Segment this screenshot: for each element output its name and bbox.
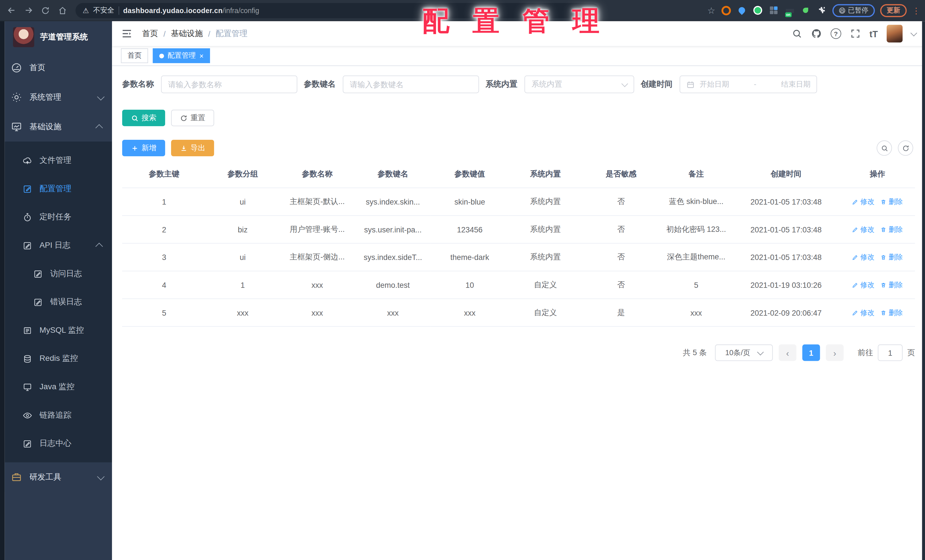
sidebar-item-devtools[interactable]: 研发工具 bbox=[5, 462, 112, 492]
error-log-icon bbox=[33, 297, 43, 307]
current-page-button[interactable]: 1 bbox=[802, 344, 820, 361]
sidebar-item-label: Redis 监控 bbox=[39, 353, 78, 364]
table-cell: xxx bbox=[206, 299, 279, 327]
extension-pin-icon[interactable] bbox=[737, 5, 747, 16]
toggle-search-button[interactable] bbox=[877, 140, 892, 156]
filter-form: 参数名称 参数键名 系统内置 系统内置 bbox=[122, 75, 915, 93]
bookmark-icon[interactable]: ☆ bbox=[707, 5, 715, 16]
sidebar-submenu: 文件管理 配置管理 定时任务 API 日志 访问日志 bbox=[5, 142, 112, 462]
refresh-button[interactable] bbox=[898, 140, 913, 156]
sidebar-item-mysql[interactable]: MySQL 监控 bbox=[5, 316, 112, 345]
table-cell: 1 bbox=[122, 188, 206, 216]
table-cell: 2 bbox=[122, 216, 206, 244]
add-button-label: 新增 bbox=[142, 143, 156, 153]
page-size-select[interactable]: 10条/页 bbox=[715, 344, 773, 361]
table-cell-actions: 修改删除 bbox=[840, 271, 915, 299]
edit-link[interactable]: 修改 bbox=[852, 197, 874, 206]
sidebar-item-label: 文件管理 bbox=[39, 155, 71, 166]
extension-grid-icon[interactable] bbox=[768, 5, 779, 16]
fullscreen-icon[interactable] bbox=[850, 29, 860, 39]
extensions-puzzle-icon[interactable] bbox=[816, 5, 827, 16]
table-cell: 系统内置 bbox=[509, 243, 582, 271]
sidebar-item-config[interactable]: 配置管理 bbox=[5, 175, 112, 203]
param-key-input[interactable] bbox=[343, 75, 479, 93]
overlay-page-title: 配 置 管 理 bbox=[422, 3, 607, 39]
paused-button[interactable]: 😄 已暂停 bbox=[832, 4, 875, 17]
table-cell: 主框架页-侧边... bbox=[279, 243, 355, 271]
column-header: 参数主键 bbox=[122, 164, 206, 188]
sidebar-item-file[interactable]: 文件管理 bbox=[5, 146, 112, 175]
sidebar-item-log-center[interactable]: 日志中心 bbox=[5, 429, 112, 458]
table-cell: 5 bbox=[660, 271, 732, 299]
extension-green-icon[interactable] bbox=[753, 5, 763, 16]
goto-page-input[interactable] bbox=[878, 344, 902, 361]
forward-icon[interactable] bbox=[22, 4, 35, 17]
help-icon[interactable]: ? bbox=[831, 29, 841, 39]
param-name-input[interactable] bbox=[161, 75, 298, 93]
update-button[interactable]: 更新 bbox=[880, 4, 907, 17]
edit-link[interactable]: 修改 bbox=[852, 252, 874, 262]
hamburger-icon[interactable] bbox=[121, 28, 133, 40]
sidebar-item-job[interactable]: 定时任务 bbox=[5, 203, 112, 231]
reload-icon[interactable] bbox=[39, 4, 52, 17]
avatar-caret-icon[interactable] bbox=[910, 29, 917, 36]
extension-sprout-icon[interactable] bbox=[800, 5, 811, 16]
extension-on-badge: on bbox=[785, 12, 792, 17]
search-icon[interactable] bbox=[792, 29, 802, 39]
sidebar-item-label: 首页 bbox=[30, 63, 45, 73]
java-monitor-icon bbox=[23, 382, 32, 392]
github-icon[interactable] bbox=[811, 29, 821, 39]
tab-config[interactable]: 配置管理 × bbox=[153, 48, 210, 63]
sidebar-item-label: 系统管理 bbox=[30, 92, 62, 102]
sidebar-item-api-log[interactable]: API 日志 bbox=[5, 231, 112, 260]
delete-link[interactable]: 删除 bbox=[880, 224, 903, 235]
browser-menu-icon[interactable]: ⋮ bbox=[912, 6, 920, 15]
sidebar-item-redis[interactable]: Redis 监控 bbox=[5, 344, 112, 373]
sidebar-item-error-log[interactable]: 错误日志 bbox=[5, 288, 112, 316]
delete-link[interactable]: 删除 bbox=[880, 197, 903, 206]
table-cell: 10 bbox=[431, 271, 509, 299]
window-edge bbox=[0, 21, 5, 560]
font-size-icon[interactable]: tT bbox=[869, 29, 878, 39]
edit-link[interactable]: 修改 bbox=[852, 280, 874, 290]
sidebar-item-java[interactable]: Java 监控 bbox=[5, 373, 112, 401]
date-range-picker[interactable]: 开始日期 - 结束日期 bbox=[679, 75, 817, 93]
avatar[interactable] bbox=[887, 25, 902, 42]
table-cell: 4 bbox=[122, 271, 206, 299]
table-cell: xxx bbox=[279, 299, 355, 327]
tab-home[interactable]: 首页 bbox=[121, 48, 148, 63]
sidebar-item-access-log[interactable]: 访问日志 bbox=[5, 259, 112, 288]
page-scrollbar[interactable] bbox=[922, 21, 925, 560]
edit-link[interactable]: 修改 bbox=[852, 308, 874, 318]
search-button[interactable]: 搜索 bbox=[122, 110, 166, 126]
system-builtin-select[interactable]: 系统内置 bbox=[524, 75, 634, 93]
extension-orange-icon[interactable] bbox=[721, 5, 731, 16]
sidebar-item-trace[interactable]: 链路追踪 bbox=[5, 401, 112, 430]
sidebar-logo[interactable]: 芋道管理系统 bbox=[5, 21, 112, 53]
edit-link[interactable]: 修改 bbox=[852, 224, 874, 235]
extension-proxy-icon[interactable]: on bbox=[784, 5, 795, 16]
reset-button[interactable]: 重置 bbox=[171, 110, 214, 126]
sidebar-item-system[interactable]: 系统管理 bbox=[5, 83, 112, 112]
config-table: 参数主键 参数分组 参数名称 参数键名 参数键值 系统内置 是否敏感 备注 创建… bbox=[122, 164, 915, 327]
next-page-button[interactable]: › bbox=[826, 344, 844, 361]
table-cell: sys.user.init-pa... bbox=[355, 216, 431, 244]
delete-link[interactable]: 删除 bbox=[880, 252, 903, 262]
table-actions: 新增 导出 bbox=[122, 140, 915, 156]
delete-link[interactable]: 删除 bbox=[880, 280, 903, 290]
add-button[interactable]: 新增 bbox=[122, 140, 166, 156]
search-button-label: 搜索 bbox=[142, 113, 156, 123]
home-icon[interactable] bbox=[56, 4, 69, 17]
delete-link[interactable]: 删除 bbox=[880, 308, 903, 318]
logo-avatar bbox=[13, 27, 35, 47]
table-header-row: 参数主键 参数分组 参数名称 参数键名 参数键值 系统内置 是否敏感 备注 创建… bbox=[122, 164, 915, 188]
sidebar-item-label: 链路追踪 bbox=[39, 410, 71, 420]
sidebar-item-infra[interactable]: 基础设施 bbox=[5, 112, 112, 142]
export-button[interactable]: 导出 bbox=[171, 140, 214, 156]
prev-page-button[interactable]: ‹ bbox=[779, 344, 796, 361]
sidebar-item-home[interactable]: 首页 bbox=[5, 53, 112, 83]
breadcrumb-infra[interactable]: 基础设施 bbox=[171, 29, 203, 39]
breadcrumb-home[interactable]: 首页 bbox=[142, 29, 158, 39]
close-icon[interactable]: × bbox=[199, 52, 204, 59]
back-icon[interactable] bbox=[5, 4, 18, 17]
